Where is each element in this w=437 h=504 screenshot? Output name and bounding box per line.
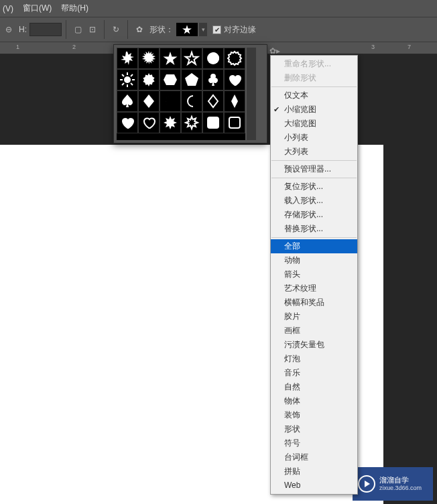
play-icon <box>358 475 375 493</box>
ctx-film[interactable]: 胶片 <box>271 310 357 324</box>
refresh-icon[interactable]: ↻ <box>109 23 123 36</box>
ctx-ornaments[interactable]: 装饰 <box>271 408 357 422</box>
height-input[interactable] <box>29 23 62 36</box>
menu-view[interactable]: (V) <box>3 4 13 13</box>
link-icon[interactable]: ⊖ <box>2 23 15 36</box>
options-bar: ⊖ H: ▢ ⊡ ↻ ✿ 形状： ▾ ✔ 对齐边缘 <box>0 17 437 42</box>
context-menu: 重命名形状... 删除形状 仅文本 ✔小缩览图 大缩览图 小列表 大列表 预设管… <box>270 55 358 495</box>
ctx-delete[interactable]: 删除形状 <box>271 71 357 85</box>
watermark: 溜溜自学 zixue.3d66.com <box>353 467 433 501</box>
shape-blob[interactable] <box>202 48 224 69</box>
shape-sun-8[interactable] <box>117 48 138 69</box>
svg-line-6 <box>122 74 124 76</box>
align-edges-checkbox[interactable]: ✔ <box>212 25 221 34</box>
shape-star-8[interactable] <box>160 112 181 133</box>
menu-window[interactable]: 窗口(W) <box>23 3 52 14</box>
ctx-large-list[interactable]: 大列表 <box>271 145 357 159</box>
ctx-all[interactable]: 全部 <box>271 239 357 253</box>
ctx-tiles[interactable]: 拼贴 <box>271 464 357 479</box>
ruler-tick: 2 <box>72 44 76 50</box>
panel-menu-icon[interactable]: ✿▸ <box>269 46 280 56</box>
shape-diamond-thin[interactable] <box>224 90 245 112</box>
ctx-music[interactable]: 音乐 <box>271 366 357 380</box>
shape-gear[interactable] <box>138 69 160 90</box>
ctx-web[interactable]: Web <box>271 479 357 493</box>
align-edges-label: 对齐边缘 <box>224 24 256 36</box>
ctx-frames[interactable]: 画框 <box>271 324 357 338</box>
shape-star-5-outline[interactable] <box>181 48 202 69</box>
ctx-arrows[interactable]: 箭头 <box>271 267 357 281</box>
ctx-art[interactable]: 艺术纹理 <box>271 281 357 296</box>
ctx-small-list[interactable]: 小列表 <box>271 131 357 145</box>
svg-rect-11 <box>229 117 240 128</box>
align-icon-2[interactable]: ⊡ <box>86 23 99 36</box>
shape-club[interactable] <box>202 69 224 90</box>
menu-help[interactable]: 帮助(H) <box>61 3 88 14</box>
shape-diamond[interactable] <box>138 90 160 112</box>
ctx-bulbs[interactable]: 灯泡 <box>271 352 357 366</box>
ruler-tick: 3 <box>371 44 375 50</box>
ctx-replace[interactable]: 替换形状... <box>271 222 357 236</box>
shape-heart[interactable] <box>224 69 245 90</box>
ctx-save[interactable]: 存储形状... <box>271 208 357 222</box>
shape-panel-scrollbar[interactable] <box>247 48 256 140</box>
ctx-shapes[interactable]: 形状 <box>271 422 357 436</box>
ruler-tick: 1 <box>16 44 19 50</box>
shape-diamond-outline[interactable] <box>202 90 224 112</box>
shape-heart-outline[interactable] <box>138 112 160 133</box>
svg-rect-10 <box>207 117 219 129</box>
ctx-objects[interactable]: 物体 <box>271 394 357 408</box>
ctx-animals[interactable]: 动物 <box>271 253 357 267</box>
shape-star-8-outline[interactable] <box>181 112 202 133</box>
watermark-site: zixue.3d66.com <box>379 485 422 493</box>
ctx-nature[interactable]: 自然 <box>271 380 357 394</box>
height-label: H: <box>19 25 27 34</box>
ctx-small-thumb[interactable]: ✔小缩览图 <box>271 103 357 117</box>
ctx-load[interactable]: 载入形状... <box>271 194 357 208</box>
shape-rounded-rect-outline[interactable] <box>224 112 245 133</box>
shape-grid <box>117 48 245 140</box>
ctx-reset[interactable]: 复位形状... <box>271 180 357 194</box>
ctx-banners[interactable]: 横幅和奖品 <box>271 296 357 310</box>
shape-dropdown-arrow[interactable]: ▾ <box>199 23 207 36</box>
svg-line-9 <box>131 74 133 76</box>
ctx-symbols[interactable]: 符号 <box>271 436 357 450</box>
shape-star-5[interactable] <box>160 48 181 69</box>
shape-burst-12[interactable] <box>138 48 160 69</box>
svg-line-8 <box>122 83 124 85</box>
shape-pentagon[interactable] <box>181 69 202 90</box>
ctx-text-only[interactable]: 仅文本 <box>271 88 357 103</box>
ctx-preset-mgr[interactable]: 预设管理器... <box>271 162 357 176</box>
ctx-rename[interactable]: 重命名形状... <box>271 57 357 71</box>
shape-spade[interactable] <box>117 90 138 112</box>
shape-moon-outline[interactable] <box>181 90 202 112</box>
check-icon: ✔ <box>273 103 279 117</box>
shape-heart-fill2[interactable] <box>117 112 138 133</box>
menu-bar: (V) 窗口(W) 帮助(H) <box>0 0 437 17</box>
ctx-grime[interactable]: 污渍矢量包 <box>271 338 357 352</box>
shape-label: 形状： <box>149 24 174 36</box>
shape-moon-fill[interactable] <box>160 90 181 112</box>
align-icon-1[interactable]: ▢ <box>71 23 84 36</box>
svg-point-1 <box>124 76 131 83</box>
shape-swatch[interactable] <box>176 23 198 36</box>
svg-line-7 <box>131 83 133 85</box>
watermark-brand: 溜溜自学 <box>379 475 422 485</box>
ctx-large-thumb[interactable]: 大缩览图 <box>271 117 357 131</box>
shape-hexagon[interactable] <box>160 69 181 90</box>
ruler-tick: 7 <box>408 44 411 50</box>
shape-rounded-rect[interactable] <box>202 112 224 133</box>
gear-icon[interactable]: ✿ <box>133 23 146 36</box>
shape-picker-panel: ✿▸ <box>113 44 267 143</box>
shape-sun-16[interactable] <box>117 69 138 90</box>
ctx-talk[interactable]: 台词框 <box>271 450 357 464</box>
shape-seal[interactable] <box>224 48 245 69</box>
